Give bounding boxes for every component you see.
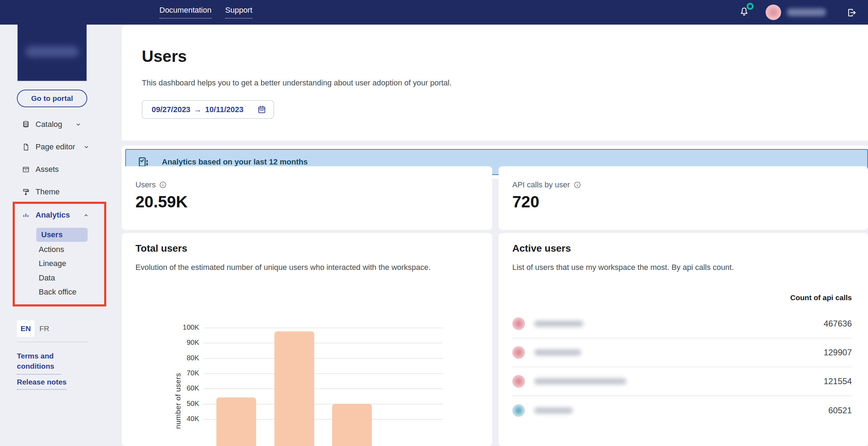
language-toggle-en[interactable]: EN [17, 321, 34, 337]
logout-button[interactable] [846, 7, 857, 18]
avatar-blurred-photo [768, 8, 778, 17]
chevron-down-icon [84, 144, 89, 150]
user-avatar [512, 404, 525, 417]
bar-chart-icon [22, 211, 30, 219]
username-blurred [787, 8, 826, 16]
go-to-portal-button[interactable]: Go to portal [17, 90, 87, 107]
metric-label: API calls by user [512, 180, 570, 189]
y-axis-tick-label: 70K [175, 369, 199, 377]
sidebar-subitem-back-office[interactable]: Back office [39, 287, 76, 297]
logo-blurred-text [25, 46, 79, 57]
chart-gridline [203, 343, 443, 343]
workspace-logo [17, 24, 87, 82]
metric-label: Users [135, 180, 156, 189]
username-blurred [534, 407, 573, 414]
info-icon[interactable] [574, 181, 581, 189]
documentation-link[interactable]: Documentation [159, 6, 211, 19]
chart-bar [274, 331, 314, 446]
y-axis-tick-label: 50K [175, 400, 199, 408]
sidebar-item-catalog[interactable]: Catalog [22, 120, 81, 129]
arrow-right-icon: → [194, 105, 202, 114]
date-end: 10/11/2023 [205, 105, 243, 114]
username-blurred [534, 349, 581, 356]
sidebar-item-label: Theme [36, 187, 59, 196]
paint-format-icon [22, 188, 30, 196]
table-row[interactable]: 467636 [512, 310, 852, 338]
y-axis-tick-label: 90K [175, 338, 199, 347]
sidebar-item-label: Analytics [36, 211, 70, 220]
sidebar-subitem-data[interactable]: Data [39, 273, 55, 283]
support-link[interactable]: Support [225, 6, 252, 19]
metric-value: 720 [512, 192, 539, 211]
sidebar-item-page-editor[interactable]: Page editor [22, 142, 89, 151]
sidebar-item-label: Assets [36, 165, 59, 174]
terms-and-conditions-link[interactable]: Terms and conditions [17, 351, 61, 375]
active-users-card: Active users List of users that use my w… [499, 233, 868, 446]
calendar-icon [257, 105, 266, 114]
y-axis-tick-label: 40K [175, 415, 199, 423]
chart-gridline [203, 388, 443, 389]
sidebar-item-assets[interactable]: Assets [22, 165, 59, 174]
sidebar-subitem-actions[interactable]: Actions [39, 245, 64, 254]
metric-value: 20.59K [135, 192, 188, 211]
sidebar-item-theme[interactable]: Theme [22, 187, 59, 196]
sidebar-subitem-users[interactable]: Users [36, 228, 88, 242]
page-icon [22, 143, 30, 151]
chart-bar [332, 404, 372, 446]
date-range-picker[interactable]: 09/27/2023 → 10/11/2023 [142, 100, 274, 119]
api-calls-metric-card: API calls by user 720 [499, 166, 868, 230]
y-axis-tick-label: 100K [175, 323, 199, 331]
table-row[interactable]: 129907 [512, 338, 852, 367]
chart-gridline [203, 328, 443, 328]
database-icon [22, 121, 30, 129]
card-title: Active users [512, 243, 571, 254]
api-call-count: 121554 [824, 376, 852, 386]
api-call-count: 467636 [824, 319, 852, 329]
release-notes-link[interactable]: Release notes [17, 377, 66, 390]
api-call-count: 60521 [828, 406, 852, 415]
user-avatar [512, 375, 525, 388]
chart-gridline [203, 358, 443, 359]
page-header-card: Users This dashboard helps you to get a … [122, 25, 868, 141]
username-blurred [534, 321, 583, 327]
username-blurred [534, 378, 626, 384]
notification-badge [747, 3, 754, 10]
api-call-count: 129907 [824, 348, 852, 357]
sidebar-subitem-lineage[interactable]: Lineage [39, 259, 66, 268]
info-icon[interactable] [159, 181, 167, 189]
top-navigation-bar: Documentation Support [0, 0, 868, 25]
chart-bar [216, 397, 256, 446]
sidebar-item-analytics[interactable]: Analytics [22, 211, 89, 220]
chart-gridline [203, 373, 443, 374]
y-axis-tick-label: 60K [175, 384, 199, 392]
table-row[interactable]: 60521 [512, 396, 852, 425]
chevron-down-icon [76, 122, 81, 127]
count-of-api-calls-header: Count of api calls [790, 293, 852, 302]
user-avatar[interactable] [766, 5, 781, 20]
sidebar-item-label: Page editor [36, 142, 75, 151]
sign-out-icon [846, 7, 857, 18]
users-metric-card: Users 20.59K [122, 166, 492, 230]
page-title: Users [142, 47, 187, 66]
archive-box-icon [22, 166, 30, 174]
card-description: List of users that use my workspace the … [512, 263, 734, 272]
main-content: Users This dashboard helps you to get a … [122, 0, 868, 446]
notifications-button[interactable] [738, 5, 752, 19]
banner-text: Analytics based on your last 12 months [162, 157, 308, 167]
y-axis-tick-label: 80K [175, 354, 199, 362]
total-users-card: Total users Evolution of the estimated n… [122, 233, 492, 446]
total-users-bar-chart: number of users 100K90K80K70K60K50K40K [122, 233, 492, 446]
chevron-up-icon [83, 213, 89, 218]
date-start: 09/27/2023 [152, 105, 190, 114]
sidebar-divider [17, 342, 88, 342]
sidebar-item-label: Catalog [36, 120, 62, 129]
page-description: This dashboard helps you to get a better… [142, 78, 452, 88]
sidebar: Go to portal Catalog Page editor Assets … [0, 25, 122, 446]
user-avatar [512, 317, 525, 330]
active-users-list: 467636 129907 121554 60521 [512, 310, 852, 425]
user-avatar [512, 346, 525, 359]
table-row[interactable]: 121554 [512, 367, 852, 396]
language-toggle-fr[interactable]: FR [39, 321, 49, 337]
